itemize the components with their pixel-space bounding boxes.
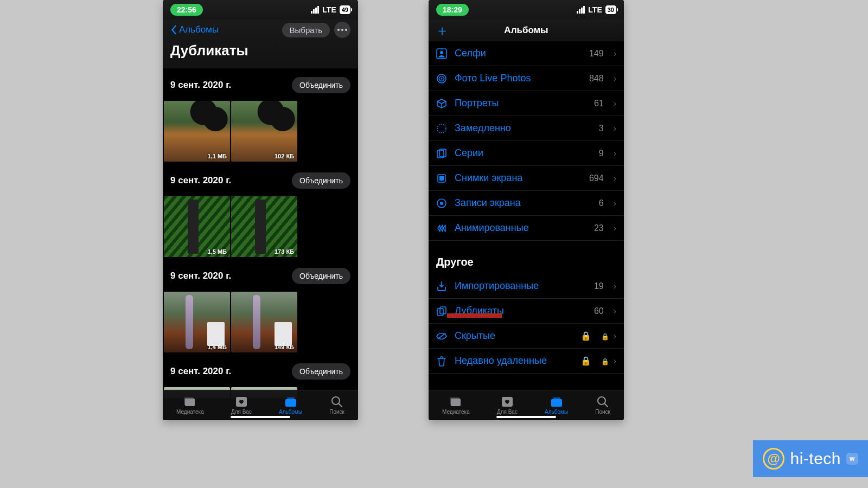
chevron-right-icon: › [614, 74, 616, 84]
tab-label: Альбомы [279, 409, 302, 415]
more-button[interactable] [334, 22, 350, 38]
section-other: Другое [429, 241, 624, 274]
back-button[interactable]: Альбомы [170, 24, 219, 35]
home-indicator[interactable] [231, 416, 290, 418]
chevron-left-icon [170, 25, 177, 35]
svg-line-9 [339, 403, 342, 407]
tab-label: Для Вас [497, 409, 518, 415]
select-button[interactable]: Выбрать [282, 23, 330, 37]
chevron-right-icon: › [614, 198, 616, 208]
chevron-right-icon: › [614, 174, 616, 183]
watermark-text: hi-tech [790, 450, 841, 468]
album-row-recently-deleted[interactable]: Недавно удаленные 🔒 › [429, 349, 624, 374]
album-row-live-photos[interactable]: Фото Live Photos 848 › [429, 66, 624, 91]
photo-thumbnail[interactable]: 149 КБ [231, 292, 297, 352]
row-label: Записи экрана [455, 197, 591, 209]
trash-icon [436, 356, 447, 367]
tab-for-you[interactable]: Для Вас [497, 396, 518, 415]
search-icon [330, 396, 344, 408]
row-label: Анимированные [455, 222, 586, 234]
phone-duplicates: 22:56 LTE 49 Альбомы Выбрать Дубликаты [163, 0, 358, 420]
group-date: 9 сент. 2020 г. [170, 175, 231, 186]
row-count: 60 [594, 306, 604, 316]
album-row-duplicates[interactable]: Дубликаты 60 › [429, 299, 624, 324]
status-network: LTE 30 [577, 5, 616, 14]
file-size: 102 КБ [275, 153, 294, 159]
tab-library[interactable]: Медиатека [176, 396, 204, 415]
row-count: 848 [589, 74, 604, 84]
tab-albums[interactable]: Альбомы [545, 396, 568, 415]
back-label: Альбомы [179, 24, 219, 35]
photo-thumbnail[interactable]: 173 КБ [231, 196, 297, 257]
tab-label: Поиск [329, 409, 344, 415]
svg-point-15 [437, 124, 446, 133]
tab-label: Медиатека [442, 409, 470, 415]
row-label: Селфи [455, 48, 582, 59]
row-label: Дубликаты [455, 305, 586, 317]
row-count: 3 [599, 124, 604, 133]
chevron-right-icon: › [614, 124, 616, 133]
status-time: 22:56 [170, 4, 203, 16]
hidden-icon [436, 332, 447, 341]
photo-thumbnail[interactable]: 1,1 МБ [164, 101, 230, 162]
svg-rect-19 [439, 176, 444, 181]
album-row-hidden[interactable]: Скрытые 🔒 › [429, 324, 624, 349]
row-label: Замедленно [455, 123, 591, 134]
albums-icon [284, 396, 298, 408]
svg-line-31 [604, 403, 608, 407]
svg-point-2 [345, 29, 347, 31]
add-button[interactable]: ＋ [435, 23, 449, 37]
row-label: Снимки экрана [455, 172, 582, 184]
merge-button[interactable]: Объединить [292, 363, 350, 380]
tab-search[interactable]: Поиск [329, 396, 344, 415]
tab-label: Поиск [595, 409, 610, 415]
row-count: 694 [589, 174, 604, 183]
row-label: Импортированные [455, 280, 586, 292]
album-row-bursts[interactable]: Серии 9 › [429, 141, 624, 166]
duplicate-group: 9 сент. 2020 г. Объединить 1,1 МБ 102 КБ [163, 68, 358, 164]
album-row-slomo[interactable]: Замедленно 3 › [429, 116, 624, 141]
svg-rect-6 [285, 399, 296, 407]
chevron-right-icon: › [614, 99, 616, 108]
svg-rect-4 [184, 397, 194, 405]
page-title: Дубликаты [170, 40, 350, 63]
svg-rect-26 [450, 397, 459, 405]
albums-list[interactable]: Селфи 149 › Фото Live Photos 848 › Портр… [429, 41, 624, 390]
signal-bars-icon [577, 6, 585, 14]
tab-albums[interactable]: Альбомы [279, 396, 302, 415]
tab-search[interactable]: Поиск [595, 396, 610, 415]
album-row-portraits[interactable]: Портреты 61 › [429, 91, 624, 116]
home-indicator[interactable] [496, 416, 556, 418]
tab-for-you[interactable]: Для Вас [231, 396, 252, 415]
merge-button[interactable]: Объединить [292, 172, 350, 189]
album-row-screenshots[interactable]: Снимки экрана 694 › [429, 166, 624, 191]
photo-thumbnail[interactable]: 1,5 МБ [164, 196, 230, 257]
status-bar: 18:29 LTE 30 [429, 0, 624, 20]
chevron-right-icon: › [614, 281, 616, 291]
album-row-selfies[interactable]: Селфи 149 › [429, 41, 624, 66]
carrier-label: LTE [322, 5, 336, 14]
chevron-right-icon: › [614, 223, 616, 233]
merge-button[interactable]: Объединить [292, 77, 350, 93]
tab-library[interactable]: Медиатека [442, 396, 470, 415]
photo-thumbnail[interactable]: 1,4 МБ [164, 292, 230, 352]
phone-albums: 18:29 LTE 30 ＋ Альбомы Селфи 149 › Фото … [429, 0, 624, 420]
cube-icon [436, 98, 447, 109]
duplicate-group: 9 сент. 2020 г. Объединить 1,4 МБ 149 КБ [163, 259, 358, 355]
merge-button[interactable]: Объединить [292, 268, 350, 284]
tab-bar: Медиатека Для Вас Альбомы Поиск [429, 390, 624, 420]
tab-label: Для Вас [231, 409, 252, 415]
watermark: @ hi-tech w [753, 440, 868, 477]
record-icon [436, 198, 447, 209]
file-size: 1,5 МБ [208, 248, 227, 255]
duplicates-icon [436, 306, 447, 317]
nav-bar: Альбомы Выбрать Дубликаты [163, 20, 358, 68]
library-icon [449, 396, 463, 408]
svg-rect-29 [553, 397, 560, 399]
album-row-animated[interactable]: Анимированные 23 › [429, 216, 624, 241]
photo-thumbnail[interactable]: 102 КБ [231, 101, 297, 162]
album-row-imported[interactable]: Импортированные 19 › [429, 274, 624, 299]
duplicates-list[interactable]: 9 сент. 2020 г. Объединить 1,1 МБ 102 КБ… [163, 68, 358, 399]
row-label: Недавно удаленные [455, 355, 573, 367]
album-row-screen-recordings[interactable]: Записи экрана 6 › [429, 191, 624, 216]
